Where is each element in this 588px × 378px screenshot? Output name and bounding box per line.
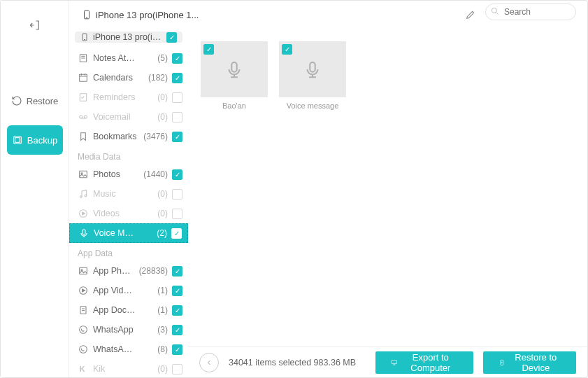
svg-rect-16 (80, 74, 87, 81)
edit-icon[interactable] (464, 8, 478, 22)
category-count: (8) (141, 344, 168, 354)
category-count: (0) (141, 209, 168, 218)
memo-checkbox[interactable]: ✓ (282, 44, 292, 55)
category-voicemail[interactable]: Voicemail(0)✓ (69, 107, 188, 127)
group-app: App Data (69, 243, 188, 261)
category-count: (1440) (141, 169, 168, 179)
category-label: App Photos (93, 266, 135, 276)
category-calendars[interactable]: Calendars(182)✓ (69, 68, 188, 88)
svg-rect-31 (80, 267, 87, 274)
category-photos[interactable]: Photos(1440)✓ (69, 164, 188, 184)
svg-rect-49 (392, 360, 396, 363)
category-notes-attachme-[interactable]: Notes Attachme...(5)✓ (69, 48, 188, 68)
svg-rect-29 (83, 230, 85, 234)
export-button[interactable]: Export to Computer (375, 351, 473, 374)
kik-icon: K (78, 363, 89, 374)
category-music[interactable]: Music(0)✓ (69, 184, 188, 204)
category-checkbox[interactable]: ✓ (172, 189, 182, 200)
photo-icon (78, 265, 89, 276)
category-checkbox[interactable]: ✓ (172, 53, 182, 64)
category-app-videos[interactable]: App Videos(1)✓ (69, 281, 188, 300)
category-checkbox[interactable]: ✓ (172, 305, 182, 316)
svg-rect-43 (231, 62, 237, 72)
category-checkbox[interactable]: ✓ (172, 92, 182, 103)
category-label: Notes Attachme... (93, 53, 137, 63)
category-label: App Videos (93, 286, 137, 295)
device-row-checkbox[interactable]: ✓ (166, 32, 177, 43)
phone-restore-icon (499, 358, 505, 368)
category-label: Music (93, 189, 137, 199)
phone-icon (80, 31, 89, 43)
category-voice-memos[interactable]: Voice Memos(2)✓ (69, 223, 188, 243)
restore-button[interactable]: Restore to Device (483, 351, 576, 374)
category-label: WhatsApp Attac... (93, 344, 137, 354)
category-count: (182) (141, 73, 168, 83)
video-icon (78, 285, 89, 296)
nav-backup[interactable]: Backup (7, 125, 63, 155)
category-checkbox[interactable]: ✓ (172, 209, 182, 219)
svg-point-38 (80, 346, 87, 354)
header-device[interactable]: iPhone 13 pro(iPhone 1... (82, 8, 199, 21)
mic-icon (78, 227, 89, 239)
search-icon (490, 6, 500, 16)
category-checkbox[interactable]: ✓ (172, 132, 182, 142)
mic-icon (302, 59, 323, 80)
group-media: Media Data (69, 146, 188, 164)
category-whatsapp[interactable]: WhatsApp(3)✓ (69, 320, 188, 340)
nav-backup-label: Backup (27, 135, 57, 146)
category-checkbox[interactable]: ✓ (172, 325, 182, 335)
category-column: iPhone 13 pro(iP... ✓ Notes Attachme...(… (69, 29, 188, 377)
reminder-icon (78, 92, 89, 103)
back-button[interactable] (199, 353, 219, 372)
status-text: 34041 items selected 983.36 MB (229, 358, 356, 368)
category-label: Bookmarks (93, 132, 137, 141)
category-count: (1) (141, 305, 168, 315)
svg-rect-1 (15, 138, 20, 143)
category-kik[interactable]: KKik(0)✓ (69, 359, 188, 377)
category-label: Photos (93, 169, 137, 179)
category-checkbox[interactable]: ✓ (172, 344, 182, 355)
nav-restore[interactable]: Restore (7, 86, 63, 115)
whatsapp-icon (78, 344, 89, 355)
memo-card[interactable]: ✓Voice message (279, 41, 346, 110)
video-icon (78, 208, 89, 219)
category-label: Voice Memos (94, 228, 136, 238)
category-checkbox[interactable]: ✓ (172, 169, 182, 180)
category-count: (0) (141, 189, 168, 199)
category-checkbox[interactable]: ✓ (171, 228, 182, 239)
memo-label: Bao'an (222, 102, 246, 110)
memo-checkbox[interactable]: ✓ (203, 44, 214, 55)
export-label: Export to Computer (403, 352, 458, 373)
doc-icon (78, 304, 89, 316)
header-device-label: iPhone 13 pro(iPhone 1... (96, 10, 199, 20)
bookmark-icon (78, 131, 89, 142)
category-checkbox[interactable]: ✓ (172, 364, 182, 374)
body: iPhone 13 pro(iP... ✓ Notes Attachme...(… (69, 29, 587, 377)
category-app-photos[interactable]: App Photos(28838)✓ (69, 261, 188, 281)
category-whatsapp-attac-[interactable]: WhatsApp Attac...(8)✓ (69, 340, 188, 359)
category-label: Calendars (93, 73, 137, 83)
memo-card[interactable]: ✓Bao'an (201, 41, 268, 110)
left-nav: Restore Backup (1, 1, 69, 377)
device-row[interactable]: iPhone 13 pro(iP... ✓ (75, 31, 182, 43)
category-checkbox[interactable]: ✓ (172, 73, 182, 83)
category-checkbox[interactable]: ✓ (172, 266, 182, 276)
category-count: (28838) (139, 266, 168, 276)
photo-icon (78, 169, 89, 180)
category-label: WhatsApp (93, 325, 137, 335)
svg-rect-34 (80, 307, 86, 314)
logout-icon[interactable] (23, 13, 47, 37)
category-reminders[interactable]: Reminders(0)✓ (69, 88, 188, 107)
memo-label: Voice message (287, 102, 339, 110)
category-bookmarks[interactable]: Bookmarks(3476)✓ (69, 127, 188, 146)
category-label: Voicemail (93, 112, 137, 122)
memo-thumbnail: ✓ (201, 41, 268, 97)
nav-restore-label: Restore (27, 96, 59, 106)
main-panel: iPhone 13 pro(iPhone 1... iPhone 13 pro(… (69, 1, 587, 377)
category-checkbox[interactable]: ✓ (172, 286, 182, 296)
svg-point-37 (80, 326, 87, 334)
category-checkbox[interactable]: ✓ (172, 112, 182, 122)
category-app-documents[interactable]: App Documents(1)✓ (69, 300, 188, 320)
category-videos[interactable]: Videos(0)✓ (69, 204, 188, 223)
svg-text:K: K (80, 365, 85, 373)
